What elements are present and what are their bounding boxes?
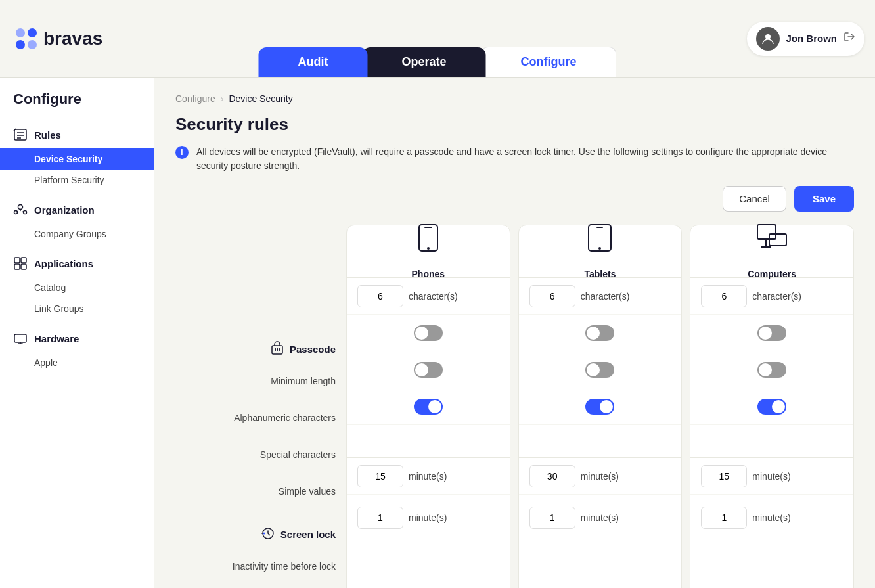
phones-special-chars-toggle[interactable]	[414, 362, 443, 378]
svg-rect-18	[279, 348, 280, 350]
svg-rect-16	[275, 348, 276, 350]
svg-rect-17	[277, 348, 278, 350]
breadcrumb-parent[interactable]: Configure	[175, 93, 215, 104]
tablets-min-length-input[interactable]	[529, 285, 575, 307]
save-button[interactable]: Save	[794, 186, 854, 212]
tablets-inactivity-passcode-unit: minute(s)	[581, 512, 671, 523]
computers-min-length: character(s)	[690, 278, 853, 315]
phones-alphanumeric-toggle[interactable]	[414, 325, 443, 341]
cards-panel: Phones character(s)	[346, 225, 854, 588]
computers-min-length-unit: character(s)	[752, 291, 843, 302]
svg-rect-15	[272, 346, 282, 354]
cancel-button[interactable]: Cancel	[723, 186, 786, 212]
sidebar-item-catalog[interactable]: Catalog	[0, 277, 154, 298]
computers-alphanumeric-toggle[interactable]	[757, 325, 786, 341]
sidebar-item-apple[interactable]: Apple	[0, 352, 154, 373]
phones-simple-values	[347, 388, 510, 425]
sidebar-section-org-header[interactable]: Organization	[0, 196, 154, 223]
phones-min-length-unit: character(s)	[409, 291, 499, 302]
phones-inactivity-passcode-input[interactable]	[357, 507, 403, 529]
nav-tabs: Audit Operate Configure	[258, 47, 616, 77]
header: bravas Audit Operate Configure Jon Brown	[0, 0, 875, 78]
sidebar-section-rules: Rules Device Security Platform Security	[0, 121, 154, 191]
org-icon	[13, 202, 28, 217]
apps-label: Applications	[34, 258, 93, 269]
computers-inactivity-lock-input[interactable]	[701, 465, 747, 487]
sidebar-title: Configure	[0, 91, 154, 121]
tablets-min-length-unit: character(s)	[581, 291, 671, 302]
tablets-special-chars	[519, 351, 682, 388]
sidebar-item-company-groups[interactable]: Company Groups	[0, 223, 154, 244]
tablets-inactivity-lock-input[interactable]	[529, 465, 575, 487]
sidebar-item-platform-security[interactable]: Platform Security	[0, 170, 154, 191]
computers-special-chars	[690, 351, 853, 388]
phones-min-length-input[interactable]	[357, 285, 403, 307]
tablets-header: Tablets	[519, 225, 682, 278]
screen-lock-label: Screen lock	[280, 529, 336, 540]
sidebar-item-device-security[interactable]: Device Security	[0, 148, 154, 170]
avatar	[756, 27, 780, 51]
svg-point-28	[598, 247, 601, 250]
sidebar-section-organization: Organization Company Groups	[0, 196, 154, 244]
sidebar-section-rules-header[interactable]: Rules	[0, 121, 154, 148]
screenlock-icon	[261, 526, 275, 543]
tab-operate[interactable]: Operate	[362, 47, 485, 77]
phones-special-chars	[347, 351, 510, 388]
phone-icon	[416, 223, 440, 258]
breadcrumb-separator: ›	[221, 93, 224, 104]
svg-rect-21	[279, 350, 280, 351]
tablets-screenlock-header	[519, 425, 682, 458]
phones-header: Phones	[347, 225, 510, 278]
tablets-inactivity-lock: minute(s)	[519, 458, 682, 495]
logo-dot-2	[28, 28, 37, 37]
tablets-card: Tablets character(s)	[518, 225, 683, 588]
logout-icon[interactable]	[843, 31, 855, 46]
info-icon: i	[175, 146, 189, 159]
tablets-alphanumeric	[519, 315, 682, 351]
svg-rect-8	[14, 258, 20, 263]
user-area[interactable]: Jon Brown	[747, 22, 865, 56]
special-chars-label: Special characters	[175, 436, 346, 473]
tab-audit[interactable]: Audit	[258, 47, 367, 77]
screen-lock-section-label: Screen lock	[175, 515, 346, 548]
computers-inactivity-passcode-input[interactable]	[701, 507, 747, 529]
main-layout: Configure Rules Device Security Platform…	[0, 78, 875, 588]
phones-simple-values-toggle[interactable]	[414, 399, 443, 415]
page-title: Security rules	[175, 114, 854, 135]
svg-point-5	[18, 205, 23, 210]
tablets-alphanumeric-toggle[interactable]	[585, 325, 614, 341]
phones-screenlock-header	[347, 425, 510, 458]
info-text: All devices will be encrypted (FileVault…	[196, 145, 854, 173]
sidebar-section-hw-header[interactable]: Hardware	[0, 325, 154, 352]
inactivity-lock-label: Inactivity time before lock	[175, 548, 346, 585]
computers-screenlock-header	[690, 425, 853, 458]
sidebar-section-apps-header[interactable]: Applications	[0, 250, 154, 277]
inactivity-passcode-label: Inactivity time before requiring passcod…	[175, 585, 346, 588]
computers-min-length-input[interactable]	[701, 285, 747, 307]
tab-configure[interactable]: Configure	[481, 47, 617, 77]
simple-values-label: Simple values	[175, 473, 346, 510]
svg-rect-9	[21, 258, 26, 263]
breadcrumb-current: Device Security	[229, 93, 292, 104]
computers-simple-values-toggle[interactable]	[757, 399, 786, 415]
sidebar-section-hardware: Hardware Apple	[0, 325, 154, 373]
content-area: Configure › Device Security Security rul…	[154, 78, 875, 588]
svg-rect-12	[14, 334, 26, 342]
tablets-inactivity-passcode-input[interactable]	[529, 507, 575, 529]
computers-special-chars-toggle[interactable]	[757, 362, 786, 378]
phones-inactivity-lock-input[interactable]	[357, 465, 403, 487]
computers-header: Computers	[690, 225, 853, 278]
sidebar-item-link-groups[interactable]: Link Groups	[0, 298, 154, 319]
apps-icon	[13, 256, 28, 271]
logo-dot-1	[16, 28, 25, 37]
logo-area: bravas	[0, 28, 158, 49]
computers-simple-values	[690, 388, 853, 425]
svg-rect-19	[275, 350, 276, 351]
svg-point-26	[427, 247, 430, 250]
svg-point-23	[263, 533, 265, 535]
sidebar-section-applications: Applications Catalog Link Groups	[0, 250, 154, 319]
svg-rect-10	[14, 264, 20, 269]
computers-inactivity-lock-unit: minute(s)	[752, 471, 843, 482]
tablets-simple-values-toggle[interactable]	[585, 399, 614, 415]
tablets-special-chars-toggle[interactable]	[585, 362, 614, 378]
